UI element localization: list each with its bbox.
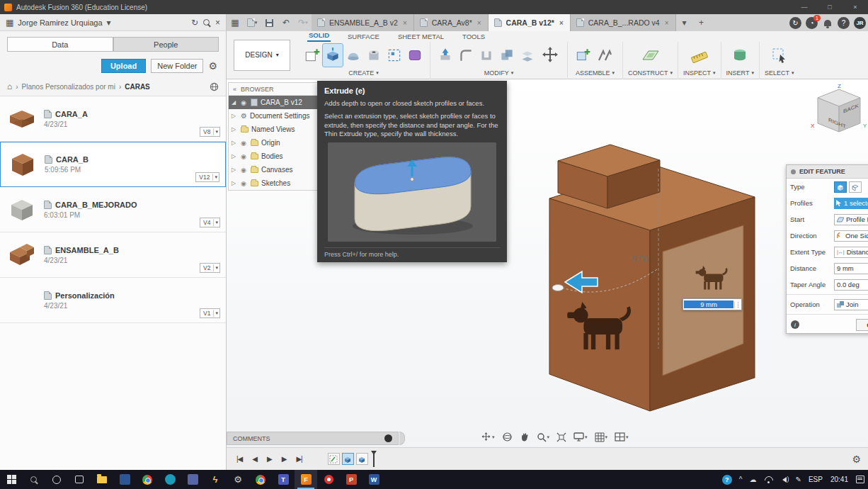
notifications-clock-icon[interactable]: ◔1: [806, 17, 818, 29]
user-name[interactable]: Jorge Ramirez Urquiaga: [18, 18, 102, 27]
joint-icon[interactable]: [593, 42, 617, 69]
caret-closed-icon[interactable]: ▷: [232, 126, 238, 133]
hidden-icons-chevron[interactable]: ^: [736, 470, 746, 489]
tab-solid[interactable]: SOLID: [307, 31, 331, 42]
visibility-eye-icon[interactable]: ◉: [241, 153, 248, 160]
close-panel-icon[interactable]: ×: [215, 18, 220, 28]
combine-icon[interactable]: [497, 44, 517, 67]
revolve-icon[interactable]: [343, 44, 363, 67]
version-chip[interactable]: V2▾: [200, 263, 220, 273]
powerpoint-icon[interactable]: P: [340, 470, 362, 489]
tab-tools[interactable]: TOOLS: [461, 33, 486, 42]
tab-people[interactable]: People: [113, 37, 219, 52]
close-tab-icon[interactable]: ×: [402, 19, 408, 27]
task-view-icon[interactable]: [68, 470, 91, 489]
list-item[interactable]: Personalización 4/23/21 V1▾: [0, 278, 226, 323]
browser-root-node[interactable]: ◢ ◉ CARA_B v12: [229, 96, 331, 109]
comments-count-icon[interactable]: [384, 434, 392, 442]
insert-icon[interactable]: [728, 42, 752, 69]
start-button[interactable]: [0, 470, 23, 489]
ok-button[interactable]: OK: [856, 319, 868, 331]
fit-view-icon[interactable]: [554, 431, 569, 444]
pen-input-icon[interactable]: ✎: [792, 470, 805, 489]
move-copy-icon[interactable]: [538, 42, 562, 69]
word-icon[interactable]: W: [362, 470, 385, 489]
modify-menu[interactable]: MODIFY▾: [484, 69, 514, 79]
file-explorer-icon[interactable]: [91, 470, 113, 489]
fillet-icon[interactable]: [456, 44, 476, 67]
job-status-icon[interactable]: ↻: [789, 17, 801, 29]
create-menu[interactable]: CREATE▾: [348, 69, 378, 79]
form-icon[interactable]: [405, 44, 425, 67]
pan-hand-icon[interactable]: [518, 431, 532, 444]
store-app-icon[interactable]: [113, 470, 136, 489]
upload-button[interactable]: Upload: [101, 59, 146, 73]
timeline-sketch-marker[interactable]: [328, 453, 340, 465]
help-icon[interactable]: ?: [838, 17, 850, 29]
lightning-app-icon[interactable]: ϟ: [204, 470, 227, 489]
timeline-position-cursor[interactable]: [373, 451, 375, 467]
direction-dropdown[interactable]: One Side: [834, 230, 868, 242]
caret-closed-icon[interactable]: ▷: [232, 113, 238, 119]
new-folder-button[interactable]: New Folder: [151, 59, 203, 73]
tab-sheet-metal[interactable]: SHEET METAL: [396, 33, 445, 42]
caret-open-icon[interactable]: ◢: [232, 99, 238, 106]
select-menu[interactable]: SELECT▾: [765, 69, 794, 79]
version-chip[interactable]: V1▾: [200, 308, 220, 318]
extrude-type-icon[interactable]: [834, 181, 847, 193]
workspace-switcher[interactable]: DESIGN▾: [234, 40, 290, 71]
list-item[interactable]: ENSAMBLE_A_B 4/23/21 V2▾: [0, 232, 226, 278]
volume-icon[interactable]: [776, 470, 792, 489]
offset-face-icon[interactable]: [518, 44, 537, 67]
home-icon[interactable]: ⌂: [7, 82, 12, 91]
browser-node[interactable]: ▷ ◉ Origin: [229, 136, 331, 150]
panel-settings-gear-icon[interactable]: ⚙: [208, 61, 217, 71]
new-component-icon[interactable]: [573, 44, 593, 67]
distance-value-input[interactable]: 9 mm ⋮: [683, 298, 742, 310]
start-dropdown[interactable]: Profile Plane: [834, 214, 868, 225]
sketch-point-marker[interactable]: [552, 285, 564, 291]
visibility-eye-icon[interactable]: ◉: [241, 167, 248, 174]
visibility-eye-icon[interactable]: ◉: [241, 99, 248, 106]
network-wifi-icon[interactable]: [760, 470, 776, 489]
press-pull-icon[interactable]: [435, 44, 455, 67]
caret-closed-icon[interactable]: ▷: [232, 153, 238, 159]
maximize-button[interactable]: □: [817, 0, 843, 14]
caret-closed-icon[interactable]: ▷: [232, 140, 238, 146]
timeline-go-start-button[interactable]: |◀: [234, 454, 245, 464]
select-icon[interactable]: [767, 42, 792, 69]
record-app-icon[interactable]: [317, 470, 340, 489]
avatar[interactable]: JR: [854, 17, 866, 29]
refresh-icon[interactable]: ↻: [191, 18, 198, 28]
hole-icon[interactable]: [364, 44, 384, 67]
caret-closed-icon[interactable]: ▷: [232, 180, 238, 186]
minimize-button[interactable]: —: [792, 0, 817, 14]
list-item-selected[interactable]: CARA_B 5:09:56 PM V12▾: [0, 142, 226, 187]
viewports-split-icon[interactable]: ▾: [612, 431, 631, 443]
input-spinner-icon[interactable]: ⋮: [734, 301, 741, 308]
version-chip[interactable]: V4▾: [200, 218, 220, 227]
bell-icon[interactable]: [824, 20, 831, 26]
get-help-icon[interactable]: ?: [719, 470, 736, 489]
list-item[interactable]: CARA_A 4/23/21 V8▾: [0, 96, 226, 142]
onedrive-cloud-icon[interactable]: ☁: [746, 470, 760, 489]
timeline-play-button[interactable]: ▶: [264, 454, 275, 464]
breadcrumb-root[interactable]: Planos Personalizados por mi: [22, 83, 115, 91]
redo-icon[interactable]: ↷▾: [295, 14, 312, 31]
zoom-icon[interactable]: ▾: [535, 431, 552, 444]
assemble-menu[interactable]: ASSEMBLE▾: [576, 69, 615, 79]
inspect-menu[interactable]: INSPECT▾: [683, 69, 716, 79]
user-chevron-icon[interactable]: ▾: [107, 18, 111, 28]
timeline-extrude-marker-selected[interactable]: [342, 453, 354, 465]
browser-app-icon[interactable]: [159, 470, 181, 489]
profiles-selection[interactable]: 1 selected: [834, 198, 868, 209]
taskbar-search-icon[interactable]: [23, 470, 45, 489]
version-chip[interactable]: V12▾: [195, 172, 219, 182]
visibility-eye-icon[interactable]: ◉: [241, 140, 248, 147]
viewport-canvas[interactable]: 9.00 « BROWSER ◢ ◉ CARA_B v12: [227, 79, 868, 447]
search-icon[interactable]: [202, 18, 211, 27]
cortana-icon[interactable]: [45, 470, 68, 489]
browser-node[interactable]: ▷ Named Views: [229, 123, 331, 136]
document-tab[interactable]: CARA_B_...RADO v4 ×: [571, 14, 676, 31]
thin-extrude-type-icon[interactable]: [849, 181, 862, 193]
